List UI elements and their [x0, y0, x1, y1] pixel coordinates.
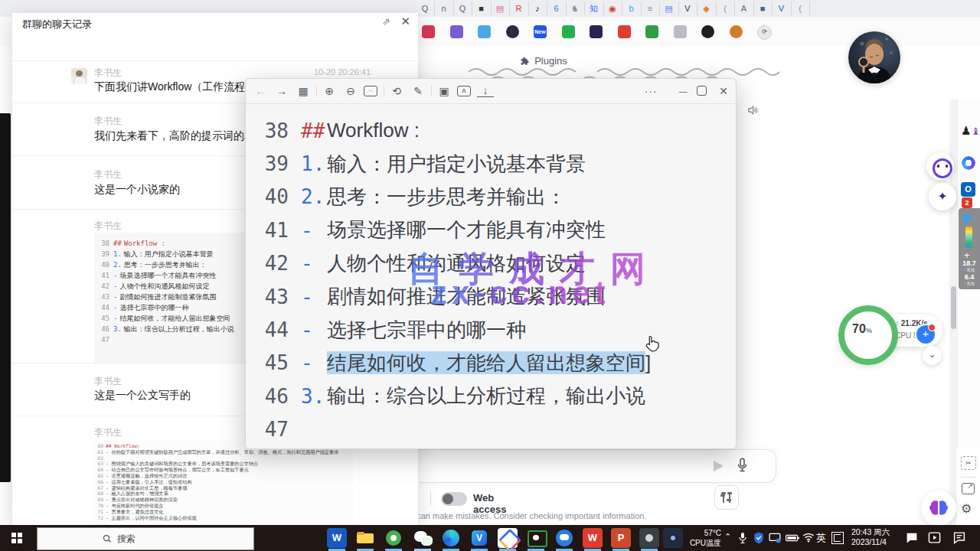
monica-assistant-button[interactable]: [926, 152, 954, 180]
action-center-icon[interactable]: [905, 531, 919, 544]
browser-tab[interactable]: 知: [585, 2, 604, 15]
microphone-icon[interactable]: [737, 458, 748, 473]
bookmark-icon[interactable]: ⟳: [757, 25, 772, 40]
screencast-tray-icon[interactable]: [769, 533, 781, 543]
media-play-tray-icon[interactable]: [928, 531, 941, 544]
browser-tab[interactable]: Q: [453, 2, 472, 15]
copilot-icon[interactable]: [962, 156, 975, 170]
outlook-icon[interactable]: O: [961, 182, 975, 197]
bookmark-icon[interactable]: [478, 25, 491, 38]
code-snippet-block-small[interactable]: 60## Workflow: 61- 你协助下级对期望关键协助用户完成撰写的文章…: [94, 441, 353, 525]
cpu-temp-tray[interactable]: 57°CCPU温度: [686, 528, 721, 548]
zoom-in-icon[interactable]: ⊕: [321, 83, 338, 99]
chat-input[interactable]: [383, 449, 776, 483]
close-icon[interactable]: ✕: [715, 83, 732, 99]
ai-extension-bubble[interactable]: [921, 491, 956, 526]
bookmark-icon[interactable]: [450, 25, 463, 38]
bookmark-icon[interactable]: [618, 25, 631, 38]
plugins-header[interactable]: Plugins: [429, 55, 658, 67]
ime-mode-icon[interactable]: [831, 532, 844, 544]
battery-tray-icon[interactable]: [786, 534, 799, 542]
shield-tray-icon[interactable]: [753, 532, 764, 544]
netdisk-icon[interactable]: [554, 528, 574, 548]
forward-icon[interactable]: →: [273, 83, 290, 99]
download-icon[interactable]: ↓: [477, 84, 494, 97]
browser-tab[interactable]: ■: [472, 2, 492, 15]
screenshot-ocr-icon[interactable]: ✂: [961, 456, 976, 470]
ocr-icon[interactable]: A: [457, 86, 471, 96]
browser-tab[interactable]: (: [716, 2, 735, 15]
blue-v-app-icon[interactable]: V: [469, 528, 489, 548]
green-app-icon[interactable]: [384, 528, 403, 548]
browser-tab[interactable]: ♞: [566, 2, 585, 15]
settings-sliders-button[interactable]: [714, 485, 739, 510]
browser-tab[interactable]: A: [735, 2, 754, 15]
sparkle-button[interactable]: ✦: [929, 183, 956, 210]
mic-tray-icon[interactable]: [738, 532, 747, 544]
chess-extension-icon[interactable]: ♟♝: [961, 124, 980, 138]
start-button[interactable]: [11, 533, 22, 543]
browser-tab[interactable]: ◆: [697, 2, 717, 15]
bookmark-icon[interactable]: [562, 25, 575, 38]
bookmark-icon[interactable]: [674, 25, 687, 38]
add-widget-button[interactable]: +: [915, 324, 936, 345]
tray-expand-icon[interactable]: ⌃: [724, 532, 731, 542]
bookmark-icon[interactable]: New: [534, 25, 547, 38]
close-icon[interactable]: ✕: [400, 15, 410, 28]
bookmark-icon[interactable]: [730, 25, 743, 38]
fit-ratio-icon[interactable]: ··: [364, 86, 377, 96]
wifi-tray-icon[interactable]: [802, 532, 815, 543]
bookmark-icon[interactable]: [701, 25, 714, 38]
rotate-icon[interactable]: ⟲: [388, 83, 405, 99]
gallery-grid-icon[interactable]: ▦: [295, 83, 312, 99]
browser-tab[interactable]: n: [435, 2, 454, 15]
back-icon[interactable]: ←: [252, 83, 269, 99]
maximize-icon[interactable]: [697, 86, 707, 96]
edit-icon[interactable]: ✎: [410, 83, 426, 99]
open-external-icon[interactable]: ↗: [962, 483, 975, 494]
wechat-icon[interactable]: [413, 528, 433, 548]
scrollbar-thumb[interactable]: [951, 286, 956, 329]
dark-app-icon[interactable]: [663, 528, 683, 548]
web-access-toggle[interactable]: [441, 492, 467, 506]
forward-icon[interactable]: ⇗: [382, 16, 390, 28]
send-icon[interactable]: [714, 461, 724, 471]
browser-tab[interactable]: ♪: [528, 2, 547, 15]
taskbar-search[interactable]: 搜索: [37, 527, 254, 550]
screen-recorder-icon[interactable]: [526, 528, 546, 548]
zoom-out-icon[interactable]: ⊖: [342, 83, 359, 99]
browser-tab[interactable]: V: [678, 2, 697, 15]
browser-tab[interactable]: 6: [547, 2, 567, 15]
file-explorer-icon[interactable]: [355, 528, 375, 548]
browser-tab[interactable]: (: [791, 2, 810, 15]
speaker-icon[interactable]: [746, 104, 759, 116]
browser-tab[interactable]: ▤: [491, 2, 510, 15]
gear-icon[interactable]: ⚙: [961, 501, 972, 516]
projector-app-icon[interactable]: [639, 528, 659, 548]
clock-tray[interactable]: 20:43 周六 2023/11/4: [851, 527, 890, 547]
word-icon[interactable]: W: [327, 528, 347, 548]
browser-tab[interactable]: b: [622, 2, 642, 15]
collapse-button[interactable]: ⌄: [923, 346, 942, 365]
browser-tab[interactable]: ◉: [603, 2, 622, 15]
wps-icon[interactable]: W: [583, 528, 603, 548]
browser-tab[interactable]: R: [510, 2, 529, 15]
telegram-plane-icon[interactable]: [962, 211, 975, 225]
minimize-icon[interactable]: —: [675, 83, 691, 99]
bookmark-icon[interactable]: [590, 25, 603, 38]
bookmark-icon[interactable]: [645, 25, 658, 38]
browser-tab[interactable]: ≡: [641, 2, 660, 15]
ime-language-indicator[interactable]: 英: [816, 531, 826, 545]
extract-icon[interactable]: ▣: [436, 83, 452, 99]
browser-tab[interactable]: V: [773, 2, 792, 15]
powerpoint-icon[interactable]: P: [611, 528, 631, 548]
edge-icon[interactable]: [441, 528, 461, 548]
chat-notes-tray-icon[interactable]: [952, 531, 966, 544]
cpu-usage-gauge[interactable]: 70%: [838, 305, 898, 365]
avatar[interactable]: [71, 68, 87, 84]
more-icon[interactable]: ···: [642, 83, 659, 99]
browser-tab[interactable]: ▤: [660, 2, 679, 15]
bookmark-icon[interactable]: [506, 25, 519, 38]
browser-tab[interactable]: ■: [753, 2, 773, 15]
bookmark-icon[interactable]: [422, 25, 435, 38]
